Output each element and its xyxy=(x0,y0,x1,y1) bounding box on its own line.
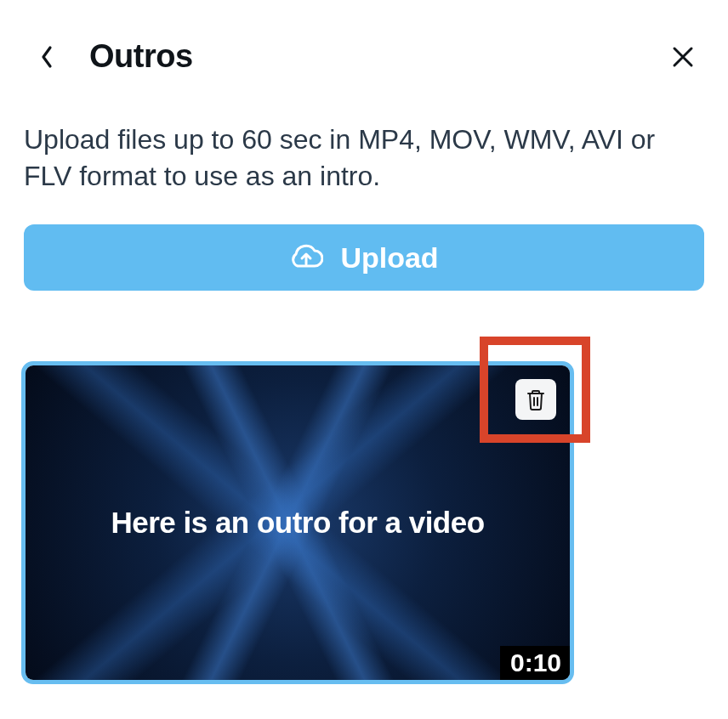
close-icon xyxy=(672,46,694,68)
chevron-left-icon xyxy=(40,45,54,69)
trash-icon xyxy=(524,388,548,411)
back-button[interactable] xyxy=(34,44,60,70)
delete-button[interactable] xyxy=(515,379,556,420)
upload-button-label: Upload xyxy=(340,241,438,275)
panel-header: Outros xyxy=(0,0,728,75)
close-button[interactable] xyxy=(668,42,698,72)
outro-thumbnail[interactable]: Here is an outro for a video 0:10 xyxy=(21,361,574,684)
page-title: Outros xyxy=(89,38,193,75)
cloud-upload-icon xyxy=(289,241,323,275)
header-left: Outros xyxy=(34,38,193,75)
upload-description: Upload files up to 60 sec in MP4, MOV, W… xyxy=(0,75,728,195)
upload-button[interactable]: Upload xyxy=(24,224,704,291)
duration-badge: 0:10 xyxy=(500,646,570,680)
thumbnail-caption: Here is an outro for a video xyxy=(26,365,570,680)
